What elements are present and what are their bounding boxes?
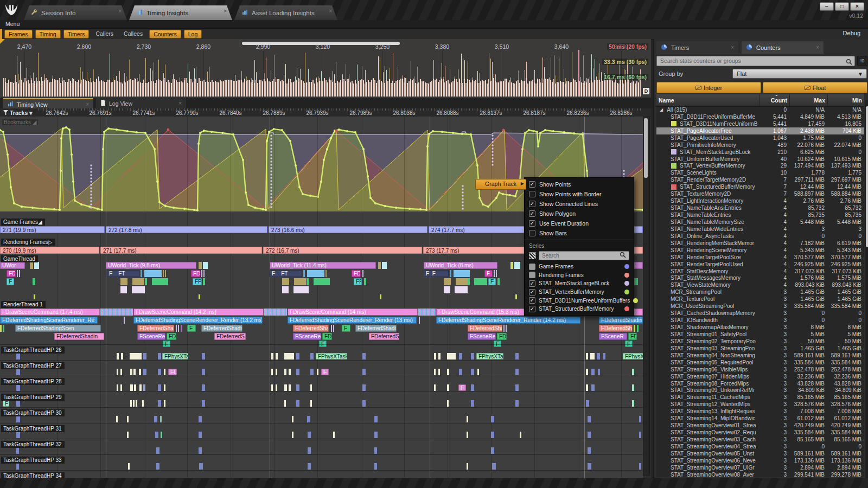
- event-bar[interactable]: F: [484, 270, 493, 277]
- frame-segment[interactable]: 271 (19.9 ms): [0, 226, 105, 233]
- close-tab-icon[interactable]: ×: [118, 8, 122, 14]
- counter-row-stat-streaming05-requiredpool[interactable]: STAT_Streaming05_RequiredPool3335.584 Mi…: [656, 359, 864, 366]
- event-bar[interactable]: FSceneRe: [468, 333, 496, 340]
- counter-row-stat-streamingoverview04-strea[interactable]: STAT_StreamingOverview04_Strea300: [656, 443, 864, 450]
- counter-row-stat-nametablewideentries[interactable]: STAT_NameTableWideEntries433: [656, 226, 864, 233]
- tracks-filter-button[interactable]: Tracks ▾: [1, 108, 35, 117]
- type-button-float[interactable]: Float: [763, 82, 867, 93]
- counter-row-mcr-texturepool[interactable]: MCR_TexturePool31.465 GiB1.465 GiB: [656, 296, 864, 303]
- event-bar[interactable]: FDe: [191, 270, 200, 277]
- column-header-count[interactable]: Countˇ: [759, 94, 789, 106]
- counter-row-stat-streaming06-visiblemips[interactable]: STAT_Streaming06_VisibleMips3252.478 MiB…: [656, 366, 864, 373]
- event-bar[interactable]: F: [342, 325, 350, 332]
- counter-row-stat-streaming11-cachedmips[interactable]: STAT_Streaming11_CachedMips385.165 MiB85…: [656, 394, 864, 401]
- maximize-button[interactable]: □: [835, 2, 849, 11]
- context-menu-parent-item[interactable]: Graph Track ▶: [475, 179, 526, 190]
- minimize-button[interactable]: −: [820, 2, 834, 11]
- toolbar-button-timers[interactable]: Timers: [63, 30, 90, 38]
- checkbox[interactable]: [529, 230, 535, 236]
- checkbox[interactable]: [529, 264, 535, 270]
- event-bar[interactable]: FPhysXTa: [476, 353, 503, 359]
- counter-row-stat-streamingoverview06-neve[interactable]: STAT_StreamingOverview06_Neve3173.136 Mi…: [656, 457, 864, 464]
- column-header-min[interactable]: Min: [827, 94, 864, 106]
- series-toggle-all-checkbox[interactable]: [529, 252, 536, 259]
- menu-item-show-points-with-border[interactable]: Show Points with Border: [525, 189, 634, 199]
- track-label-taskgraphthreadhp-34[interactable]: TaskGraphThreadHP 34: [1, 472, 65, 478]
- tab-log-view[interactable]: Log View×: [96, 98, 186, 108]
- event-bar[interactable]: F: [458, 384, 466, 391]
- counter-row-stat-lightinteractionmemory[interactable]: STAT_LightInteractionMemory42.76 MiB2.76…: [656, 197, 864, 204]
- checkbox-checked[interactable]: ✓: [529, 220, 535, 227]
- event-bar[interactable]: FD: [628, 333, 637, 340]
- checkbox-checked[interactable]: ✓: [529, 210, 535, 217]
- counter-row-stat-nametableentries[interactable]: STAT_NameTableEntries485,73585,735: [656, 211, 864, 219]
- event-bar[interactable]: F F: [424, 270, 449, 277]
- event-bar[interactable]: F: [319, 341, 327, 347]
- event-bar[interactable]: F: [3, 400, 9, 407]
- event-bar[interactable]: FDeferredShadingSceneRenderer_Re: [0, 317, 98, 324]
- event-bar[interactable]: FD: [167, 333, 176, 340]
- counter-row-stat-nametablememorysize[interactable]: STAT_NameTableMemorySize45.448 MiB5.448 …: [656, 219, 864, 226]
- counter-row-stat-pageallocatorused[interactable]: STAT_PageAllocatorUsed1,0431.75 MiB0: [656, 134, 864, 142]
- frames-timeline-panel[interactable]: 2,4702,6002,7302,8602,9903,1203,2503,380…: [0, 39, 651, 99]
- counter-row-stat-vertexbuffermemory[interactable]: STAT_VertexBufferMemory29137.494 MiB137.…: [656, 163, 864, 170]
- close-button[interactable]: ×: [850, 2, 864, 11]
- event-bar[interactable]: FSceneRen: [137, 333, 165, 340]
- counter-row-stat-texturememory2d[interactable]: STAT_TextureMemory2D7588.897 MiB588.884 …: [656, 190, 864, 197]
- menu-item-show-bars[interactable]: Show Bars: [525, 228, 634, 238]
- counter-row-stat-streamingoverview03-cach[interactable]: STAT_StreamingOverview03_Cach385.165 MiB…: [656, 436, 864, 443]
- counter-row-stat-streaming13-inflightreques[interactable]: STAT_Streaming13_InflightReques37.008 Mi…: [656, 408, 864, 415]
- event-bar[interactable]: FDeferredS: [214, 333, 246, 340]
- close-tab-icon[interactable]: ×: [224, 8, 227, 14]
- type-button-integer[interactable]: Integer: [656, 82, 761, 93]
- close-tab-icon[interactable]: ×: [178, 100, 182, 106]
- series-item-stat-structuredbuffermemory[interactable]: ✓STAT_StructuredBufferMemory: [525, 305, 634, 313]
- frame-segment[interactable]: 271 (17.7 ms): [100, 247, 262, 254]
- checkbox-checked[interactable]: ✓: [529, 289, 535, 296]
- checkbox[interactable]: [529, 191, 535, 197]
- counter-row-stat-online-asynctasks[interactable]: STAT_Online_AsyncTasks400: [656, 233, 864, 240]
- event-bar[interactable]: F: [163, 341, 170, 347]
- checkbox[interactable]: [529, 272, 535, 278]
- counter-row-stat-memstacklargeblock[interactable]: STAT_MemStackLargeBLock2106.625 MiB0: [656, 149, 864, 156]
- counter-row-stat-streamingoverview01-strea[interactable]: STAT_StreamingOverview01_Strea3420.749 M…: [656, 422, 864, 429]
- event-bar[interactable]: FDeferredShadingSceneR: [599, 317, 643, 324]
- event-bar[interactable]: UWorld_Tick (8 ms): [424, 262, 497, 269]
- event-bar[interactable]: FPh: [354, 278, 362, 285]
- tab-counters[interactable]: Counters×: [742, 41, 824, 54]
- counter-row-stat-d3d11numfreeuniformb[interactable]: STAT_D3D11NumFreeUniformB5,44117,45916,8…: [656, 120, 864, 127]
- event-bar[interactable]: FD: [497, 333, 507, 340]
- counter-row-stat-scenelights[interactable]: STAT_SceneLights101,7781,775: [656, 169, 864, 176]
- counter-row-stat-streaming04-nonstreaming[interactable]: STAT_Streaming04_NonStreaming3589.161 Mi…: [656, 352, 864, 359]
- track-label-taskgraphthreadhp-30[interactable]: TaskGraphThreadHP 30: [1, 409, 65, 416]
- counter-row-mcr-usedstreamingpool[interactable]: MCR_UsedStreamingPool3335.584 MiB335.584…: [656, 303, 864, 310]
- counter-row-stat-streaming07-hiddenmips[interactable]: STAT_Streaming07_HiddenMips332.236 MiB32…: [656, 373, 864, 380]
- track-label-game-frames-[interactable]: Game Frames◢: [1, 219, 45, 226]
- stats-search-input[interactable]: [656, 56, 855, 66]
- counter-row-stat-pageallocatorfree[interactable]: STAT_PageAllocatorFree1,0672.438 MiB704 …: [656, 127, 864, 134]
- event-bar[interactable]: FDeferredShadingSceneRenderer_Render (13…: [133, 317, 263, 324]
- checkbox-checked[interactable]: ✓: [529, 181, 535, 188]
- event-bar[interactable]: F: [321, 369, 329, 375]
- track-label-rendering-frames-[interactable]: Rendering Frames▷: [1, 239, 55, 246]
- counter-row-stat-renderingmemstackmemor[interactable]: STAT_RenderingMemStackMemor47.182 MiB6.6…: [656, 240, 864, 247]
- counter-row-stat-structuredbuffermemory[interactable]: STAT_StructuredBufferMemory712.44 MiB12.…: [656, 183, 864, 190]
- counter-row-stat-streaming09-unkownrefmi[interactable]: STAT_Streaming09_UnkownRefMi334.809 KiB3…: [656, 387, 864, 394]
- frames-histogram[interactable]: [0, 52, 651, 97]
- event-bar[interactable]: FSceneR: [599, 333, 627, 340]
- counters-table-header[interactable]: NameCountˇMaxMin: [656, 94, 864, 107]
- event-bar[interactable]: FPhysXTask: [316, 353, 347, 359]
- event-bar[interactable]: F FT: [107, 270, 139, 277]
- event-bar[interactable]: FD: [7, 270, 16, 277]
- counter-row-stat-streaming03-streamingpoo[interactable]: STAT_Streaming03_StreamingPoo31.465 GiB1…: [656, 345, 864, 352]
- counter-row-stat-statmessagesmemory[interactable]: STAT_StatMessagesMemory41.576 MiB1.575 M…: [656, 275, 864, 282]
- checkbox-checked[interactable]: ✓: [529, 201, 535, 207]
- checkbox-checked[interactable]: ✓: [529, 297, 535, 304]
- track-label-taskgraphthreadhp-28[interactable]: TaskGraphThreadHP 28: [1, 378, 65, 385]
- event-bar[interactable]: UWorld_Tick (9.8 ms): [106, 262, 196, 269]
- time-ruler[interactable]: 26.7642s26.7691s26.7741s26.7790s26.7840s…: [38, 108, 643, 117]
- counter-row-stat-rendertargetpoolused[interactable]: STAT_RenderTargetPoolUsed4246.925 MiB246…: [656, 261, 864, 268]
- toolbar-button-callers[interactable]: Callers: [92, 30, 117, 37]
- counter-row-stat-streaming14-mipiobandwic[interactable]: STAT_Streaming14_MipIOBandwic361.012 MiB…: [656, 415, 864, 422]
- series-item-rendering-frames[interactable]: Rendering Frames: [525, 271, 634, 280]
